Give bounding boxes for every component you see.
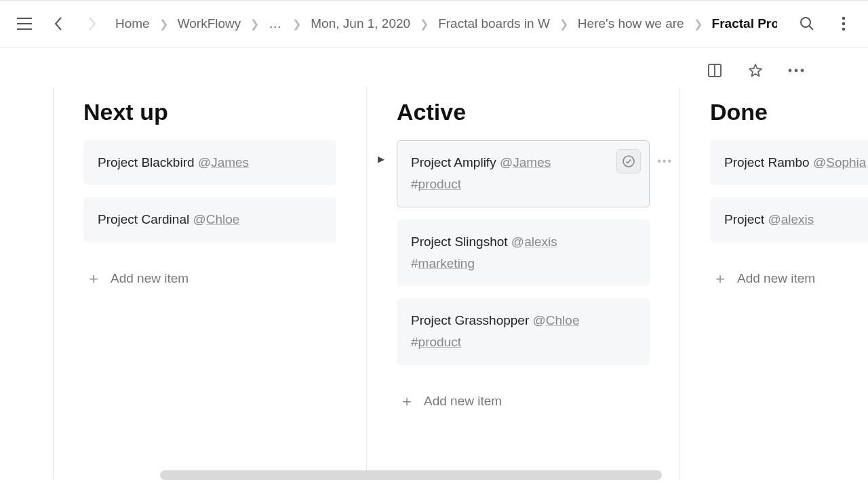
mention[interactable]: James [211,155,249,169]
chevron-right-icon: ❯ [420,18,429,30]
svg-point-6 [789,69,792,73]
mention[interactable]: alexis [524,235,557,249]
card-title: Project Amplify [411,155,496,169]
chevron-right-icon: ❯ [559,18,568,30]
breadcrumb-item[interactable]: Mon, Jun 1, 2020 [311,16,410,31]
chevron-right-icon: ❯ [159,18,168,30]
plus-icon: ＋ [713,268,728,289]
add-item-button[interactable]: ＋ Add new item [83,255,336,302]
add-item-label: Add new item [737,271,815,286]
card-title: Project Grasshopper [411,313,529,327]
svg-point-0 [801,18,810,27]
nav-forward-button [81,13,103,35]
chevron-right-icon: ❯ [250,18,259,30]
mention[interactable]: alexis [781,212,814,226]
horizontal-scrollbar[interactable] [160,470,662,480]
board-card[interactable]: Project Grasshopper @Chloe #product [397,298,650,365]
svg-point-3 [842,28,845,30]
card-title: Project Slingshot [411,235,508,249]
add-item-label: Add new item [424,394,502,409]
svg-point-7 [795,69,798,73]
board-view-icon[interactable] [704,60,726,81]
board-card[interactable]: Project Rambo @Sophia [710,140,868,185]
breadcrumb-item[interactable]: Home [115,16,150,31]
board-card[interactable]: Project Amplify @James #product [397,140,650,207]
board-column-next-up: Next up Project Blackbird @James Project… [53,87,366,480]
mention[interactable]: James [513,155,551,169]
chevron-right-icon: ❯ [694,18,703,30]
tag[interactable]: product [418,335,461,349]
mention[interactable]: Sophia [826,155,866,169]
card-title: Project Blackbird [98,155,195,169]
board-column-done: Done Project Rambo @Sophia Project @alex… [679,87,868,480]
more-horizontal-icon[interactable] [785,60,807,81]
mention[interactable]: Chloe [546,313,580,327]
breadcrumb: Home ❯ WorkFlowy ❯ … ❯ Mon, Jun 1, 2020 … [115,16,777,31]
tag[interactable]: marketing [418,256,475,270]
column-title[interactable]: Done [710,99,868,125]
board-card[interactable]: Project Blackbird @James [83,140,336,185]
kanban-board: Next up Project Blackbird @James Project… [53,87,868,480]
plus-icon: ＋ [399,391,414,411]
more-vertical-icon[interactable] [833,13,854,35]
board-card[interactable]: Project @alexis [710,197,868,242]
card-title: Project Rambo [724,155,810,169]
svg-point-1 [842,17,845,20]
board-card[interactable]: Project Cardinal @Chloe [83,197,336,242]
breadcrumb-item[interactable]: Here's how we are [578,16,684,31]
card-title: Project [724,212,764,226]
board-card[interactable]: Project Slingshot @alexis #marketing [397,220,650,287]
svg-point-2 [842,22,845,25]
top-toolbar: Home ❯ WorkFlowy ❯ … ❯ Mon, Jun 1, 2020 … [0,0,868,47]
star-icon[interactable] [745,60,766,81]
column-title[interactable]: Next up [83,99,336,125]
menu-icon[interactable] [14,13,35,35]
add-item-button[interactable]: ＋ Add new item [397,378,650,425]
expand-triangle-icon[interactable]: ▶ [378,154,384,164]
plus-icon: ＋ [86,268,101,289]
svg-point-8 [801,69,804,73]
card-title: Project Cardinal [98,212,189,226]
search-icon[interactable] [796,13,818,35]
add-item-button[interactable]: ＋ Add new item [710,255,868,302]
chevron-right-icon: ❯ [292,18,301,30]
card-complete-button[interactable] [616,149,641,174]
board-column-active: Active ▶ Project Amplify @James #product… [366,87,679,480]
nav-back-button[interactable] [47,13,69,35]
breadcrumb-current[interactable]: Fractal Projects [712,16,777,31]
column-title[interactable]: Active [397,99,650,125]
breadcrumb-overflow[interactable]: … [269,16,283,31]
breadcrumb-item[interactable]: Fractal boards in W [438,16,550,31]
mention[interactable]: Chloe [206,212,240,226]
breadcrumb-item[interactable]: WorkFlowy [178,16,241,31]
add-item-label: Add new item [111,271,189,286]
tag[interactable]: product [418,177,461,191]
card-more-icon[interactable]: ••• [657,155,673,167]
page-actions [0,47,868,87]
